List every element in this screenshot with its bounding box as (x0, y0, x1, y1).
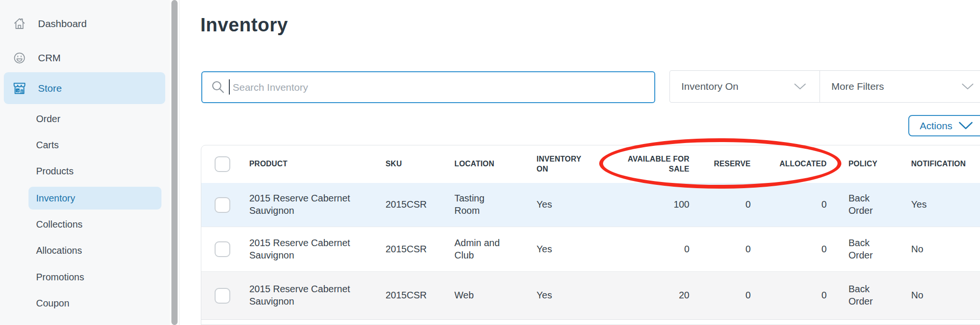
page-title: Inventory (200, 14, 288, 36)
sidebar-item-label: CRM (38, 52, 61, 64)
sidebar-item-coupon[interactable]: Coupon (28, 292, 161, 315)
cell-notification: No (911, 243, 923, 256)
chevron-down-icon (961, 83, 974, 90)
sidebar-item-inventory[interactable]: Inventory (28, 187, 161, 210)
sidebar-item-label: Products (36, 166, 74, 177)
column-header-notification: NOTIFICATION (903, 145, 980, 183)
cell-reserve: 0 (745, 243, 751, 256)
cell-sku: 2015CSR (386, 289, 427, 302)
cell-sku: 2015CSR (386, 199, 427, 211)
table-row[interactable]: 2015 Reserve Cabernet Sauvignon 2015CSR … (201, 272, 980, 320)
cell-available-for-sale: 0 (684, 243, 689, 256)
sidebar-item-label: Inventory (36, 193, 75, 204)
cell-product: 2015 Reserve Cabernet Sauvignon (249, 237, 368, 261)
column-header-inventory-on: INVENTORY ON (529, 145, 611, 183)
cell-allocated: 0 (821, 289, 827, 302)
cell-notification: Yes (911, 199, 927, 211)
column-header-allocated: ALLOCATED (755, 145, 831, 183)
column-header-available-for-sale: AVAILABLE FOR SALE (611, 145, 694, 183)
row-checkbox[interactable] (215, 288, 230, 304)
cell-location: Tasting Room (454, 192, 500, 217)
cell-available-for-sale: 100 (674, 199, 689, 211)
sidebar-item-products[interactable]: Products (28, 160, 161, 182)
sidebar-item-carts[interactable]: Carts (28, 134, 161, 156)
column-header-reserve: RESERVE (694, 145, 755, 183)
cell-product: 2015 Reserve Cabernet Sauvignon (249, 192, 368, 217)
sidebar-item-label: Order (36, 114, 60, 124)
cell-product: 2015 Reserve Cabernet Sauvignon (249, 283, 368, 307)
sidebar-item-dashboard[interactable]: Dashboard (4, 8, 165, 39)
row-checkbox[interactable] (215, 197, 230, 213)
select-all-checkbox[interactable] (215, 156, 230, 172)
more-filters-dropdown-label: More Filters (831, 81, 884, 92)
sidebar-item-crm[interactable]: CRM (4, 42, 165, 74)
column-header-location: LOCATION (447, 145, 529, 183)
column-header-product: PRODUCT (242, 145, 378, 183)
cell-policy: Back Order (848, 192, 892, 217)
sidebar-scrollbar[interactable] (171, 0, 178, 325)
home-icon (11, 16, 28, 32)
sidebar-item-label: Store (38, 83, 62, 94)
sidebar-item-collections[interactable]: Collections (28, 213, 161, 236)
sidebar-item-label: Carts (36, 140, 59, 151)
cell-inventory-on: Yes (537, 289, 552, 302)
cell-allocated: 0 (821, 243, 827, 256)
chevron-down-icon (958, 121, 973, 130)
sidebar-item-label: Dashboard (38, 18, 87, 29)
search-input[interactable] (201, 71, 655, 103)
column-header-sku: SKU (378, 145, 447, 183)
cell-location: Web (454, 289, 474, 302)
table-header-row: PRODUCT SKU LOCATION INVENTORY ON AVAILA… (201, 145, 980, 183)
sidebar-item-label: Collections (36, 219, 83, 230)
cell-location: Admin and Club (454, 237, 500, 261)
search-wrap (201, 71, 655, 103)
table-row[interactable]: 2015 Reserve Cabernet Sauvignon 2015CSR … (201, 227, 980, 272)
actions-button[interactable]: Actions (908, 115, 980, 136)
more-filters-dropdown[interactable]: More Filters (820, 70, 980, 103)
chevron-down-icon (794, 83, 806, 90)
inventory-table: PRODUCT SKU LOCATION INVENTORY ON AVAILA… (201, 145, 980, 325)
text-caret (229, 79, 230, 95)
cell-available-for-sale: 20 (679, 289, 689, 302)
sidebar-item-label: Allocations (36, 245, 82, 256)
sidebar-item-label: Coupon (36, 298, 69, 309)
sidebar: Dashboard CRM Store Order (0, 0, 170, 325)
cell-reserve: 0 (745, 199, 751, 211)
row-checkbox[interactable] (215, 241, 230, 257)
sidebar-item-store[interactable]: Store (4, 72, 165, 104)
inventory-on-dropdown[interactable]: Inventory On (669, 70, 820, 103)
cell-sku: 2015CSR (386, 243, 427, 256)
cell-allocated: 0 (821, 199, 827, 211)
storefront-icon (11, 80, 28, 96)
cell-inventory-on: Yes (537, 199, 552, 211)
sidebar-item-allocations[interactable]: Allocations (28, 239, 161, 262)
cell-policy: Back Order (848, 283, 892, 307)
actions-button-label: Actions (920, 120, 952, 132)
sidebar-item-label: Promotions (36, 272, 84, 283)
sidebar-item-promotions[interactable]: Promotions (28, 266, 161, 288)
cell-inventory-on: Yes (537, 243, 552, 256)
cell-policy: Back Order (848, 237, 892, 261)
column-header-policy: POLICY (831, 145, 903, 183)
table-row[interactable]: 2015 Reserve Cabernet Sauvignon 2015CSR … (201, 183, 980, 227)
smiley-icon (11, 50, 28, 66)
content-divider (179, 0, 179, 325)
cell-reserve: 0 (745, 289, 751, 302)
cell-notification: No (911, 289, 923, 302)
inventory-on-dropdown-label: Inventory On (681, 81, 738, 92)
sidebar-item-order[interactable]: Order (28, 107, 161, 130)
search-icon (211, 80, 225, 94)
